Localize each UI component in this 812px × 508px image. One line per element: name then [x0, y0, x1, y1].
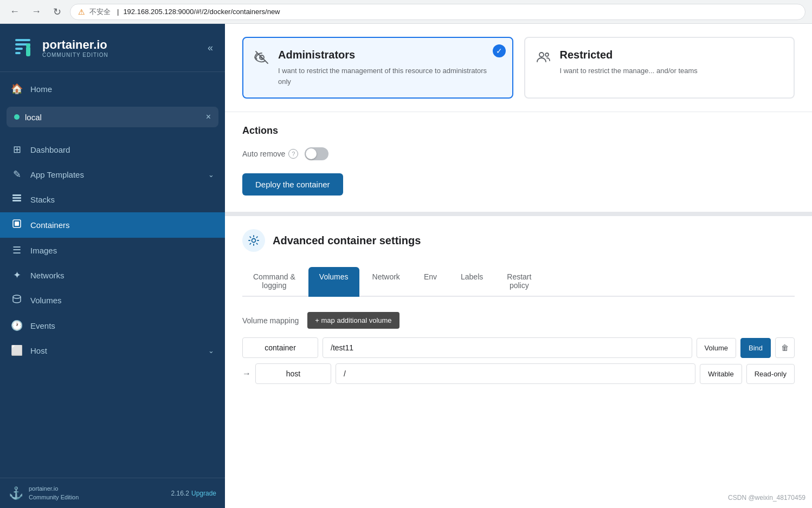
gear-badge: [242, 229, 265, 252]
tab-env[interactable]: Env: [413, 267, 448, 297]
host-icon: ⬜: [11, 344, 23, 356]
volume-mapping-label: Volume mapping: [242, 316, 299, 325]
volume-type-button-1[interactable]: Volume: [697, 338, 736, 358]
svg-point-13: [539, 53, 544, 57]
app-templates-icon: ✎: [11, 168, 23, 180]
sidebar-item-label: Dashboard: [30, 145, 214, 154]
tab-labels[interactable]: Labels: [450, 267, 494, 297]
back-button[interactable]: ←: [7, 4, 23, 19]
auto-remove-help-icon[interactable]: ?: [288, 149, 298, 159]
app-layout: portainer.io COMMUNITY EDITION « 🏠 Home …: [0, 24, 812, 508]
sidebar-item-label: Stacks: [30, 195, 214, 204]
logo-text: portainer.io COMMUNITY EDITION: [42, 38, 108, 58]
endpoint-status-dot: [14, 114, 20, 120]
endpoint-section: local ×: [7, 107, 218, 127]
volume-row-1: Volume Bind 🗑: [242, 337, 795, 358]
collapse-sidebar-button[interactable]: «: [205, 40, 215, 56]
sidebar-item-volumes[interactable]: Volumes: [0, 288, 225, 313]
sidebar-item-app-templates[interactable]: ✎ App Templates ⌄: [0, 162, 225, 187]
restricted-title: Restricted: [560, 49, 698, 61]
sidebar-item-networks[interactable]: ✦ Networks: [0, 263, 225, 288]
auto-remove-row: Auto remove ?: [242, 147, 795, 160]
security-warning-icon: ⚠: [78, 8, 85, 16]
restricted-card[interactable]: Restricted I want to restrict the manage…: [524, 37, 795, 99]
svg-point-11: [13, 295, 21, 298]
portainer-logo-icon: [10, 35, 36, 61]
endpoint-name: local: [25, 113, 42, 122]
tab-restart-policy[interactable]: Restart policy: [496, 267, 542, 297]
advanced-title: Advanced container settings: [273, 235, 421, 247]
host-path-input[interactable]: [336, 363, 695, 384]
sidebar-item-containers[interactable]: Containers: [0, 212, 225, 238]
brand-name: portainer.io: [42, 38, 108, 52]
networks-icon: ✦: [11, 269, 23, 281]
svg-point-14: [545, 53, 549, 56]
arrow-right-icon: →: [242, 369, 251, 379]
writable-type-button[interactable]: Writable: [700, 364, 742, 384]
sidebar-item-label: Containers: [30, 220, 214, 230]
reload-button[interactable]: ↻: [50, 4, 65, 20]
auto-remove-toggle[interactable]: [305, 147, 328, 160]
sidebar-item-images[interactable]: ☰ Images: [0, 238, 225, 263]
eye-off-icon: [254, 50, 269, 68]
home-icon: 🏠: [11, 83, 23, 95]
sidebar-item-home[interactable]: 🏠 Home: [0, 76, 225, 101]
browser-chrome: ← → ↻ ⚠ 不安全 | 192.168.205.128:9000/#!/2/…: [0, 0, 812, 24]
forward-button[interactable]: →: [28, 4, 44, 19]
map-additional-volume-button[interactable]: + map additional volume: [307, 312, 399, 329]
endpoint-close-button[interactable]: ×: [206, 112, 211, 122]
logo-area: portainer.io COMMUNITY EDITION: [10, 35, 108, 61]
selected-check-badge: ✓: [493, 44, 506, 57]
sidebar-item-label: Home: [30, 84, 214, 94]
access-control-section: Administrators I want to restrict the ma…: [225, 24, 812, 112]
administrators-card[interactable]: Administrators I want to restrict the ma…: [242, 37, 513, 99]
sidebar-nav: ⊞ Dashboard ✎ App Templates ⌄: [0, 133, 225, 367]
tab-volumes[interactable]: Volumes: [308, 267, 359, 297]
host-label-field[interactable]: [255, 363, 331, 384]
sidebar-item-label: Images: [30, 246, 214, 255]
container-path-input-1[interactable]: [242, 337, 318, 358]
images-icon: ☰: [11, 244, 23, 256]
advanced-header: Advanced container settings: [242, 229, 795, 252]
readonly-type-button[interactable]: Read-only: [746, 364, 795, 384]
deploy-container-button[interactable]: Deploy the container: [242, 173, 343, 196]
main-content: Administrators I want to restrict the ma…: [225, 24, 812, 508]
svg-rect-2: [15, 48, 23, 50]
tab-network[interactable]: Network: [362, 267, 411, 297]
sidebar-item-host[interactable]: ⬜ Host ⌄: [0, 338, 225, 363]
toggle-knob: [306, 148, 317, 159]
containers-icon: [11, 219, 23, 231]
sidebar-item-events[interactable]: 🕐 Events: [0, 313, 225, 338]
dashboard-icon: ⊞: [11, 144, 23, 155]
endpoint-info: local: [14, 113, 42, 122]
svg-rect-6: [12, 194, 21, 196]
chevron-down-icon: ⌄: [208, 171, 214, 179]
bind-type-button-1[interactable]: Bind: [740, 338, 771, 358]
sidebar-item-stacks[interactable]: Stacks: [0, 187, 225, 212]
volume-path-input-1[interactable]: [323, 337, 692, 358]
svg-rect-0: [15, 39, 30, 41]
portainer-footer-icon: ⚓: [9, 486, 23, 500]
tabs-row: Command & logging Volumes Network Env La…: [242, 267, 795, 297]
footer-edition-text: portainer.io Community Edition: [29, 485, 79, 502]
sidebar-item-label: Volumes: [30, 296, 214, 305]
svg-rect-4: [26, 47, 30, 56]
watermark: CSDN @weixin_48170459: [728, 494, 805, 502]
volume-row-host: → Writable Read-only: [242, 363, 795, 384]
version-label: 2.16.2: [171, 490, 189, 497]
sidebar-header: portainer.io COMMUNITY EDITION «: [0, 24, 225, 72]
sidebar-item-label: Networks: [30, 271, 214, 280]
sidebar-footer: ⚓ portainer.io Community Edition 2.16.2 …: [0, 478, 225, 508]
sidebar-item-dashboard[interactable]: ⊞ Dashboard: [0, 137, 225, 162]
events-icon: 🕐: [11, 320, 23, 331]
address-bar[interactable]: ⚠ 不安全 | 192.168.205.128:9000/#!/2/docker…: [70, 4, 805, 20]
volumes-icon: [11, 294, 23, 307]
sidebar-item-label: Events: [30, 321, 214, 330]
access-cards: Administrators I want to restrict the ma…: [242, 37, 795, 99]
chevron-down-icon: ⌄: [208, 347, 214, 355]
tab-command-logging[interactable]: Command & logging: [242, 267, 306, 297]
upgrade-link[interactable]: Upgrade: [191, 490, 216, 497]
actions-title: Actions: [242, 125, 795, 136]
delete-volume-button-1[interactable]: 🗑: [775, 337, 795, 358]
svg-point-5: [26, 43, 30, 48]
